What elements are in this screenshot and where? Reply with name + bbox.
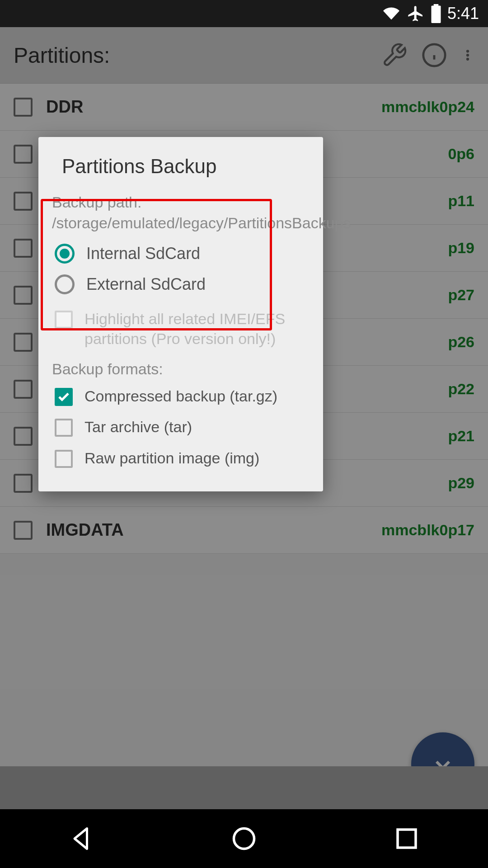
checkbox-icon [55, 388, 73, 406]
dialog-title: Partitions Backup [38, 155, 323, 187]
backup-dialog: Partitions Backup Backup path: /storage/… [38, 137, 323, 491]
svg-rect-1 [434, 4, 439, 6]
tar-checkbox[interactable]: Tar archive (tar) [38, 411, 323, 442]
airplane-icon [407, 5, 425, 23]
status-time: 5:41 [447, 4, 479, 23]
svg-rect-0 [431, 6, 441, 24]
bottom-gray-bar [0, 766, 488, 809]
compressed-checkbox[interactable]: Compressed backup (tar.gz) [38, 381, 323, 411]
battery-icon [430, 4, 442, 23]
annotation-highlight [41, 199, 272, 330]
svg-rect-9 [398, 830, 416, 848]
back-button[interactable] [68, 825, 95, 852]
checkbox-icon [55, 450, 73, 468]
recent-button[interactable] [393, 825, 420, 852]
status-bar: 5:41 [0, 0, 488, 27]
svg-point-8 [234, 829, 254, 849]
checkbox-icon [55, 419, 73, 437]
formats-label: Backup formats: [38, 354, 323, 381]
home-button[interactable] [230, 825, 258, 852]
wifi-icon [381, 5, 401, 22]
nav-bar [0, 809, 488, 868]
raw-checkbox[interactable]: Raw partition image (img) [38, 443, 323, 473]
